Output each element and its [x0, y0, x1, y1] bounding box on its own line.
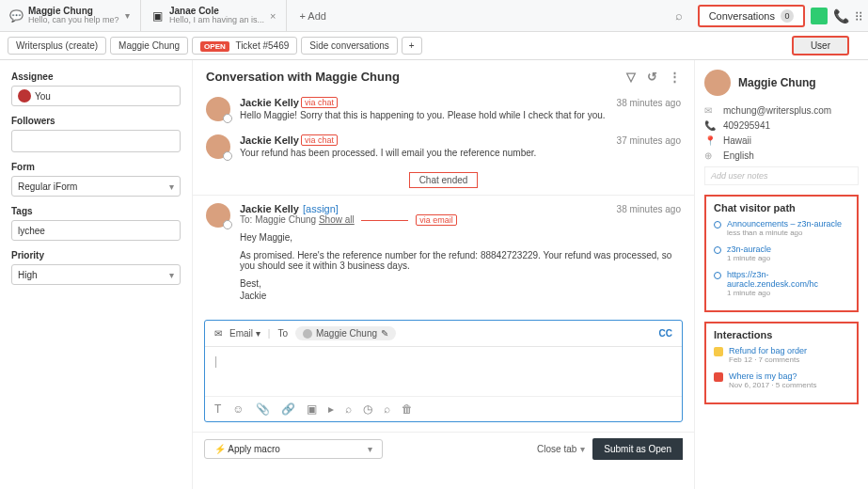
path-time: less than a minute ago: [727, 229, 842, 237]
crumb-requester[interactable]: Maggie Chung: [110, 37, 188, 55]
search-icon[interactable]: ⌕: [666, 8, 692, 23]
emoji-icon[interactable]: ☺: [232, 402, 244, 416]
interaction-title: Where is my bag?: [729, 371, 816, 381]
phone-icon: 📞: [704, 120, 716, 131]
zoom-icon[interactable]: ⌕: [384, 402, 390, 416]
avatar: [206, 97, 230, 121]
close-icon[interactable]: ×: [270, 10, 276, 22]
to-label: To: [277, 328, 288, 339]
annotation-line: [361, 220, 408, 221]
crumb-side-conv[interactable]: Side conversations: [301, 37, 398, 55]
bullet-icon: [714, 221, 721, 229]
crumb-ticket[interactable]: OPEN Ticket #5469: [192, 37, 297, 55]
apply-macro-select[interactable]: ⚡ Apply macro ▾: [204, 439, 383, 459]
chat-ended-divider: Chat ended: [193, 174, 694, 185]
knowledge-icon[interactable]: ▣: [307, 402, 317, 416]
assignee-label: Assignee: [11, 71, 181, 82]
form-select[interactable]: Regular iForm ▾: [11, 176, 181, 197]
submit-button[interactable]: Submit as Open: [592, 438, 683, 460]
chat-ended-label: Chat ended: [409, 172, 479, 188]
interaction-item[interactable]: Refund for bag orderFeb 12 · 7 comments: [714, 346, 849, 364]
message: Jackie Kelly via chat 37 minutes ago You…: [193, 131, 694, 168]
apps-grid-icon[interactable]: ⁝⁝: [855, 8, 862, 24]
text-format-icon[interactable]: T: [214, 402, 221, 416]
path-item[interactable]: https://z3n-auracle.zendesk.com/hc1 minu…: [714, 270, 849, 297]
form-label: Form: [11, 162, 181, 172]
to-name: Maggie Chung: [255, 214, 316, 225]
attachment-icon[interactable]: 📎: [256, 402, 270, 416]
edit-icon[interactable]: ✎: [381, 328, 388, 339]
email-to-line: To: Maggie Chung Show all via email: [240, 214, 681, 225]
message-author: Jackie Kelly: [240, 97, 299, 108]
visitor-path-heading: Chat visitor path: [714, 202, 849, 213]
overflow-icon[interactable]: ⋮: [669, 70, 681, 84]
bullet-icon: [714, 246, 721, 254]
message-time: 37 minutes ago: [617, 135, 681, 146]
interaction-item[interactable]: Where is my bag?Nov 6, 2017 · 5 comments: [714, 371, 849, 389]
tab-caret-icon[interactable]: ▾: [125, 10, 130, 21]
conversations-button[interactable]: Conversations 0: [698, 5, 805, 27]
message-author: Jackie Kelly: [240, 134, 299, 146]
divider: [193, 195, 694, 196]
message-time: 38 minutes ago: [617, 204, 681, 214]
close-tab-button[interactable]: Close tab▾: [537, 444, 585, 454]
channel-select[interactable]: Email ▾: [229, 328, 260, 339]
conversation-title: Conversation with Maggie Chung: [206, 70, 400, 84]
filter-icon[interactable]: ▽: [626, 70, 636, 84]
assign-link[interactable]: [assign]: [303, 203, 339, 214]
to-label: To:: [240, 214, 252, 225]
chevron-down-icon: ▾: [368, 444, 372, 454]
priority-value: High: [18, 270, 38, 280]
ticket-fields-sidebar: Assignee You Followers Form Regular iFor…: [0, 60, 193, 489]
message: Jackie Kelly via chat 38 minutes ago Hel…: [193, 93, 694, 131]
message-text: Hello Maggie! Sorry that this is happeni…: [240, 110, 681, 120]
insert-icon[interactable]: ▸: [328, 402, 334, 416]
priority-select[interactable]: High ▾: [11, 264, 181, 285]
ticket-icon: ▣: [150, 9, 164, 23]
path-item[interactable]: Announcements – z3n-auracleless than a m…: [714, 219, 849, 237]
add-tab-button[interactable]: + Add: [287, 0, 339, 31]
assignee-input[interactable]: You: [11, 86, 181, 106]
link-icon[interactable]: 🔗: [281, 402, 295, 416]
path-time: 1 minute ago: [727, 254, 771, 262]
clock-icon[interactable]: ◷: [363, 402, 372, 416]
message-author: Jackie Kelly: [240, 203, 299, 214]
path-item[interactable]: z3n-auracle1 minute ago: [714, 244, 849, 262]
tags-input[interactable]: lychee: [11, 220, 181, 241]
channel-badge-icon: [223, 151, 232, 161]
tab-maggie[interactable]: 💬 Maggie Chung Hello, can you help me? ▾: [0, 0, 141, 31]
composer-textarea[interactable]: |: [205, 347, 682, 396]
path-time: 1 minute ago: [727, 289, 849, 297]
crumb-org[interactable]: Writersplus (create): [8, 37, 106, 55]
assignee-value: You: [35, 91, 51, 102]
user-notes-input[interactable]: Add user notes: [704, 166, 859, 185]
cc-button[interactable]: CC: [659, 328, 672, 339]
tab-subtitle: Hello, I am having an is...: [169, 16, 264, 25]
chat-status-icon[interactable]: [811, 8, 828, 24]
conversations-count: 0: [781, 9, 794, 23]
tab-janae[interactable]: ▣ Janae Cole Hello, I am having an is...…: [141, 0, 287, 31]
call-icon[interactable]: 📞: [833, 8, 849, 24]
profile-location: Hawaii: [723, 135, 751, 146]
search-icon[interactable]: ⌕: [345, 402, 352, 416]
conversation-header: Conversation with Maggie Chung ▽ ↺ ⋮: [193, 60, 694, 93]
user-panel-tab[interactable]: User: [792, 36, 849, 55]
path-title: https://z3n-auracle.zendesk.com/hc: [727, 270, 849, 289]
trash-icon[interactable]: 🗑: [402, 402, 413, 416]
show-all-link[interactable]: Show all: [319, 214, 355, 225]
top-right-tools: ⌕ Conversations 0 📞 ⁝⁝: [666, 0, 868, 31]
path-title: Announcements – z3n-auracle: [727, 219, 842, 229]
history-icon[interactable]: ↺: [647, 70, 657, 84]
profile-name: Maggie Chung: [738, 76, 816, 89]
recipient-chip[interactable]: Maggie Chung ✎: [295, 326, 396, 340]
followers-label: Followers: [11, 116, 181, 126]
interactions-panel: Interactions Refund for bag orderFeb 12 …: [704, 322, 859, 404]
email-message: Jackie Kelly [assign] 38 minutes ago To:…: [193, 199, 694, 310]
add-side-conv-button[interactable]: +: [402, 37, 422, 55]
context-panel: Maggie Chung ✉mchung@writersplus.com 📞40…: [694, 60, 868, 489]
tag-chip: lychee: [18, 226, 45, 236]
followers-input[interactable]: [11, 130, 181, 152]
email-greeting: Hey Maggie,: [240, 232, 681, 243]
chevron-down-icon: ▾: [169, 181, 174, 192]
avatar: [206, 134, 230, 159]
